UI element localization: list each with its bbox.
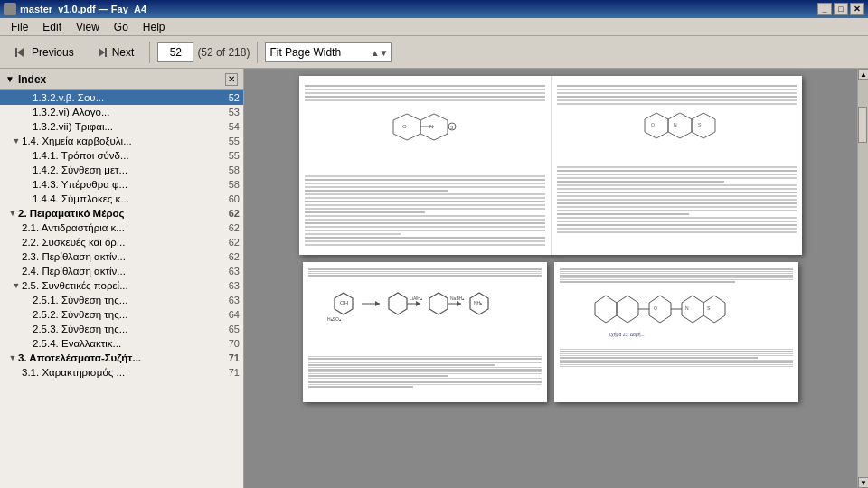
toc-triangle-13: ▼ [11, 281, 22, 290]
close-button[interactable]: ✕ [850, 3, 864, 15]
toc-page-1: 53 [220, 107, 240, 117]
svg-text:LiAlH₄: LiAlH₄ [410, 296, 422, 301]
toc-label-5: 1.4.2. Σύνθεση μετ... [33, 164, 216, 175]
sidebar-title: Index [18, 73, 46, 86]
page-viewer[interactable]: O N S [244, 69, 857, 488]
sidebar-header: ▼ Index ✕ [0, 69, 243, 90]
svg-text:N: N [429, 124, 433, 129]
page-number-input[interactable] [157, 42, 193, 62]
toc-item-7[interactable]: 1.4.4. Σύμπλοκες κ... 60 [0, 192, 243, 206]
toc-label-2: 1.3.2.vii) Τριφαι... [33, 121, 216, 132]
toc-label-3: 1.4. Χημεία καρβοξυλι... [22, 136, 216, 146]
toc-page-12: 63 [220, 266, 240, 277]
pdf-pages-row-bottom: OH H₂SO₄ LiAlH₄ NaBH₄ [303, 262, 798, 402]
sidebar-close-button[interactable]: ✕ [225, 73, 238, 86]
next-icon [94, 45, 108, 60]
menu-go[interactable]: Go [107, 19, 136, 35]
scrollbar-track[interactable] [858, 80, 868, 477]
molecule-diagram-3: O N S Σχήμα 23: Δομή... [577, 286, 776, 345]
toc-label-13: 2.5. Συνθετικές πορεί... [22, 280, 216, 291]
window-controls: _ □ ✕ [817, 3, 864, 15]
scroll-up-button[interactable]: ▲ [858, 69, 868, 80]
toc-item-3[interactable]: ▼ 1.4. Χημεία καρβοξυλι... 55 [0, 134, 243, 148]
toc-item-12[interactable]: 2.4. Περίθλαση ακτίν... 63 [0, 264, 243, 278]
svg-marker-4 [393, 114, 420, 140]
menu-bar: File Edit View Go Help [0, 18, 868, 36]
toc-item-16[interactable]: 2.5.3. Σύνθεση της... 65 [0, 322, 243, 336]
sidebar-scroll[interactable]: 1.3.2.v.β. Σου... 52 1.3.2.vi) Αλογο... … [0, 90, 243, 488]
toc-item-15[interactable]: 2.5.2. Σύνθεση της... 64 [0, 307, 243, 322]
svg-text:Σχήμα 23: Δομή...: Σχήμα 23: Δομή... [609, 332, 645, 337]
sidebar: ▼ Index ✕ 1.3.2.v.β. Σου... 52 1.3.2.vi)… [0, 69, 244, 488]
toc-item-6[interactable]: 1.4.3. Υπέρυθρα φ... 58 [0, 177, 243, 192]
toc-label-14: 2.5.1. Σύνθεση της... [33, 295, 216, 305]
toc-label-6: 1.4.3. Υπέρυθρα φ... [33, 179, 216, 190]
svg-marker-11 [645, 113, 668, 138]
toc-page-6: 58 [220, 179, 240, 190]
pdf-page-52: O N S [299, 76, 802, 255]
svg-text:S: S [698, 122, 702, 127]
svg-text:S: S [450, 125, 454, 130]
toc-page-18: 71 [220, 352, 240, 363]
svg-marker-25 [416, 301, 420, 306]
toc-label-7: 1.4.4. Σύμπλοκες κ... [33, 193, 216, 204]
maximize-button[interactable]: □ [834, 3, 848, 15]
svg-text:O: O [402, 124, 407, 129]
svg-marker-26 [429, 293, 448, 314]
toc-label-8: 2. Πειραματικό Μέρος [18, 208, 216, 219]
pdf-page-53-right: O N S Σχήμα 23: Δομή... [554, 262, 798, 402]
svg-marker-29 [457, 301, 461, 306]
toc-item-18[interactable]: ▼ 3. Αποτελέσματα-Συζήτ... 71 [0, 351, 243, 365]
svg-marker-35 [649, 296, 671, 323]
toc-item-10[interactable]: 2.2. Συσκευές και όρ... 62 [0, 235, 243, 249]
toc-label-19: 3.1. Χαρακτηρισμός ... [22, 367, 216, 378]
title-bar: master_v1.0.pdf — Fay_A4 _ □ ✕ [0, 0, 868, 18]
next-button[interactable]: Next [86, 42, 143, 63]
toc-item-9[interactable]: 2.1. Αντιδραστήρια κ... 62 [0, 221, 243, 235]
toc-item-19[interactable]: 3.1. Χαρακτηρισμός ... 71 [0, 365, 243, 380]
svg-marker-32 [595, 296, 617, 323]
toc-item-8[interactable]: ▼ 2. Πειραματικό Μέρος 62 [0, 206, 243, 221]
toc-label-15: 2.5.2. Σύνθεση της... [33, 309, 216, 320]
svg-text:NaBH₄: NaBH₄ [450, 296, 464, 301]
toc-item-17[interactable]: 2.5.4. Εναλλακτικ... 70 [0, 336, 243, 351]
svg-marker-22 [389, 293, 407, 314]
scrollbar-thumb[interactable] [858, 107, 867, 143]
zoom-select[interactable]: Fit Page Width Fit Page 50% 75% 100% 125… [265, 42, 392, 62]
toc-item-5[interactable]: 1.4.2. Σύνθεση μετ... 58 [0, 163, 243, 177]
toc-label-0: 1.3.2.v.β. Σου... [33, 92, 216, 103]
sidebar-dropdown-icon: ▼ [5, 74, 14, 84]
toc-page-0: 52 [220, 92, 240, 103]
svg-marker-0 [17, 48, 24, 57]
toc-page-11: 62 [220, 251, 240, 262]
toc-item-1[interactable]: 1.3.2.vi) Αλογο... 53 [0, 105, 243, 119]
toc-item-14[interactable]: 2.5.1. Σύνθεση της... 63 [0, 293, 243, 307]
right-scrollbar[interactable]: ▲ ▼ [857, 69, 868, 488]
toc-item-4[interactable]: 1.4.1. Τρόποι σύνδ... 55 [0, 148, 243, 163]
toc-page-16: 65 [220, 324, 240, 334]
svg-text:OH: OH [340, 300, 348, 305]
toc-label-17: 2.5.4. Εναλλακτικ... [33, 338, 216, 349]
menu-help[interactable]: Help [136, 19, 173, 35]
menu-file[interactable]: File [4, 19, 35, 35]
previous-icon [14, 45, 28, 60]
scroll-down-button[interactable]: ▼ [858, 477, 868, 488]
toc-item-13[interactable]: ▼ 2.5. Συνθετικές πορεί... 63 [0, 278, 243, 293]
svg-text:N: N [674, 122, 677, 127]
toc-page-3: 55 [220, 136, 240, 146]
toc-page-15: 64 [220, 309, 240, 320]
toc-item-2[interactable]: 1.3.2.vii) Τριφαι... 54 [0, 119, 243, 134]
toc-page-17: 70 [220, 338, 240, 349]
svg-marker-21 [375, 301, 380, 306]
pdf-page-53-left: OH H₂SO₄ LiAlH₄ NaBH₄ [303, 262, 547, 402]
svg-marker-33 [617, 296, 638, 323]
toc-label-10: 2.2. Συσκευές και όρ... [22, 237, 216, 248]
menu-view[interactable]: View [69, 19, 107, 35]
previous-button[interactable]: Previous [5, 42, 82, 63]
toc-item-0[interactable]: 1.3.2.v.β. Σου... 52 [0, 90, 243, 105]
toc-label-12: 2.4. Περίθλαση ακτίν... [22, 266, 216, 277]
minimize-button[interactable]: _ [817, 3, 832, 15]
menu-edit[interactable]: Edit [35, 19, 69, 35]
toc-item-11[interactable]: 2.3. Περίθλαση ακτίν... 62 [0, 249, 243, 264]
toc-page-9: 62 [220, 222, 240, 233]
